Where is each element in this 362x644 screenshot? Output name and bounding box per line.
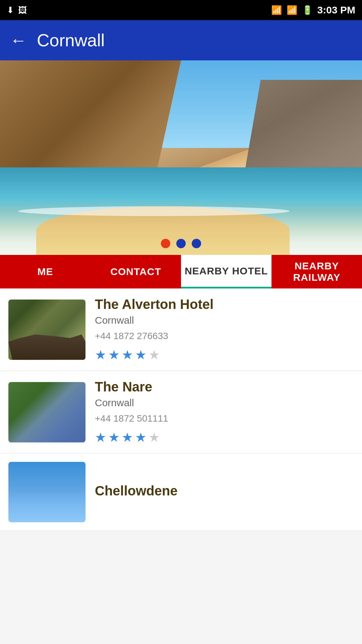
star-3: ★ xyxy=(122,347,133,362)
wifi-icon: 📶 xyxy=(271,5,282,15)
hotel-name-nare: The Nare xyxy=(95,379,354,394)
hotel-card-chellowdene[interactable]: Chellowdene xyxy=(0,453,362,531)
hotel-card-nare[interactable]: The Nare Cornwall +44 1872 501111 ★ ★ ★ … xyxy=(0,371,362,453)
hotel-phone-alverton: +44 1872 276633 xyxy=(95,331,354,341)
star-1: ★ xyxy=(95,347,106,362)
hotel-name-alverton: The Alverton Hotel xyxy=(95,297,354,312)
back-button[interactable]: ← xyxy=(10,32,27,49)
page-title: Cornwall xyxy=(37,30,105,50)
hotel-stars-alverton: ★ ★ ★ ★ ★ xyxy=(95,347,354,362)
star-2: ★ xyxy=(108,430,120,445)
hotel-name-chellowdene: Chellowdene xyxy=(95,483,354,498)
tab-contact[interactable]: CONTACT xyxy=(90,255,181,288)
hotel-phone-nare: +44 1872 501111 xyxy=(95,413,354,424)
hero-foam xyxy=(18,206,290,216)
carousel-dot-3[interactable] xyxy=(192,239,201,248)
hotel-list: The Alverton Hotel Cornwall +44 1872 276… xyxy=(0,288,362,531)
star-5: ★ xyxy=(148,430,160,445)
image-icon: 🖼 xyxy=(18,5,27,15)
hotel-info-alverton: The Alverton Hotel Cornwall +44 1872 276… xyxy=(95,297,354,362)
status-bar: ⬇ 🖼 📶 📶 🔋 3:03 PM xyxy=(0,0,362,20)
download-icon: ⬇ xyxy=(7,5,14,15)
star-2: ★ xyxy=(108,347,120,362)
status-bar-left: ⬇ 🖼 xyxy=(7,5,27,15)
status-bar-right: 📶 📶 🔋 3:03 PM xyxy=(271,4,355,16)
carousel-dot-1[interactable] xyxy=(161,239,170,248)
star-4: ★ xyxy=(135,430,146,445)
hotel-image-alverton xyxy=(8,300,85,360)
signal-icon: 📶 xyxy=(287,5,297,15)
tab-nearby-hotel[interactable]: NEARBY HOTEL xyxy=(181,255,272,288)
battery-icon: 🔋 xyxy=(302,5,313,15)
tab-nearby-railway[interactable]: NEARBY RAILWAY xyxy=(272,255,362,288)
tab-bar: ME CONTACT NEARBY HOTEL NEARBY RAILWAY xyxy=(0,255,362,288)
time-display: 3:03 PM xyxy=(317,4,355,16)
tab-me[interactable]: ME xyxy=(0,255,90,288)
hotel-info-chellowdene: Chellowdene xyxy=(95,483,354,501)
hotel-location-nare: Cornwall xyxy=(95,397,354,409)
carousel-dot-2[interactable] xyxy=(176,239,186,248)
star-3: ★ xyxy=(122,430,133,445)
hotel-info-nare: The Nare Cornwall +44 1872 501111 ★ ★ ★ … xyxy=(95,379,354,445)
hotel-card-alverton[interactable]: The Alverton Hotel Cornwall +44 1872 276… xyxy=(0,288,362,371)
hotel-location-alverton: Cornwall xyxy=(95,315,354,326)
hotel-image-chellowdene xyxy=(8,462,85,522)
hotel-image-nare xyxy=(8,382,85,442)
star-4: ★ xyxy=(135,347,146,362)
star-1: ★ xyxy=(95,430,106,445)
header: ← Cornwall xyxy=(0,20,362,60)
hotel-stars-nare: ★ ★ ★ ★ ★ xyxy=(95,430,354,445)
star-5: ★ xyxy=(148,347,160,362)
carousel-dots[interactable] xyxy=(161,239,201,248)
hero-image[interactable] xyxy=(0,60,362,255)
